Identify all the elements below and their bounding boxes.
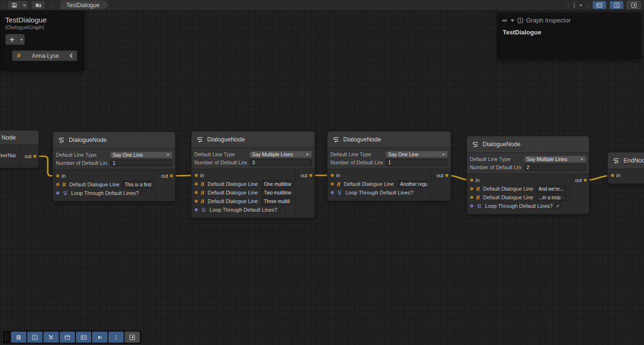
node-dialoguenode[interactable]: DialogueNodeDefault Line TypeSay Multipl… [191, 131, 315, 218]
port-loop-through-default-lines[interactable] [331, 191, 334, 194]
blackboard-panel[interactable]: Blackboard TestDialogue (DialogueGraph) … [0, 0, 84, 71]
dialogue-line-field[interactable]: Another regu [398, 181, 428, 188]
node-dialoguenode[interactable]: DialogueNodeDefault Line TypeSay One Lin… [53, 131, 176, 202]
dialogue-line-field[interactable]: Two multiline [262, 189, 292, 196]
loop-checkbox[interactable] [416, 190, 421, 195]
node-header[interactable]: DialogueNode [327, 131, 451, 148]
info-button[interactable] [27, 332, 42, 343]
port-default-dialogue-line-1[interactable] [195, 183, 198, 185]
port-in[interactable] [331, 174, 334, 177]
number-of-lines-input[interactable]: 2 [524, 164, 586, 171]
line-type-dropdown[interactable]: Say Multiple Lines [524, 156, 586, 162]
number-of-lines-input[interactable]: 1 [110, 160, 172, 166]
port-default-dialogue-line[interactable] [56, 183, 59, 186]
caret-down-icon[interactable] [579, 3, 583, 7]
port-loop-through-default-lines[interactable] [470, 205, 473, 207]
doc-list-button[interactable] [11, 332, 26, 343]
kebab-icon[interactable] [573, 2, 575, 8]
add-variable-options-button[interactable] [18, 34, 25, 45]
node-header[interactable]: DialogueNode [191, 131, 315, 148]
quote-icon [16, 53, 21, 58]
port-out[interactable] [445, 174, 448, 177]
flame-icon [129, 334, 135, 340]
save-button[interactable] [8, 1, 21, 9]
dialogue-line-field[interactable]: This is a first [123, 181, 152, 188]
port-default-dialogue-line[interactable] [331, 183, 334, 185]
breadcrumb[interactable]: TestDialogue [61, 0, 109, 10]
inspector-header[interactable]: Graph Inspector [498, 13, 640, 26]
port-default-dialogue-line-1[interactable] [470, 187, 473, 190]
toolbar-drag-handle[interactable] [566, 2, 569, 8]
port-row: Loop Through Default Lines? [53, 189, 156, 197]
bottom-toolbar [3, 331, 141, 344]
drag-handle-icon[interactable] [502, 19, 507, 22]
blackboard-variable[interactable]: Anna-Lyse [12, 50, 77, 61]
blackboard-button[interactable] [76, 332, 91, 343]
tools-button[interactable] [43, 332, 59, 343]
port-out[interactable] [33, 155, 36, 158]
chevron-left-icon[interactable] [69, 53, 73, 58]
toolbar-drag-handle[interactable] [2, 2, 5, 8]
toolbar-drag-handle[interactable] [51, 2, 53, 8]
node-endnode[interactable]: EndNodein [607, 152, 644, 184]
info-icon [32, 334, 38, 340]
graph-canvas[interactable]: NodekerNameoutDialogueNodeDefault Line T… [0, 0, 644, 345]
port-out[interactable] [170, 174, 173, 177]
port-label: Loop Through Default Lines? [210, 207, 277, 213]
node-header[interactable]: Node [0, 130, 39, 145]
loop-checkbox[interactable] [280, 207, 285, 213]
node-node[interactable]: NodekerNameout [0, 130, 39, 168]
property-label: Default Line Type [330, 151, 383, 157]
open-asset-button[interactable] [32, 1, 45, 9]
dialogue-line-field[interactable]: Three multili [262, 198, 292, 205]
dialogue-line-field[interactable]: And we're... [537, 185, 566, 193]
port-default-dialogue-line-2[interactable] [470, 196, 473, 199]
port-in[interactable] [611, 174, 614, 177]
port-loop-through-default-lines[interactable] [195, 208, 198, 211]
port-default-dialogue-line-2[interactable] [195, 191, 198, 194]
dialogue-line-field[interactable]: ...in a loop [537, 194, 566, 201]
port-default-dialogue-line-3[interactable] [195, 200, 198, 203]
port-loop-through-default-lines[interactable] [56, 192, 59, 194]
output-ports: out [296, 169, 315, 218]
graph-inspector-panel[interactable]: Graph Inspector TestDialogue [497, 13, 641, 59]
node-dialoguenode[interactable]: DialogueNodeDefault Line TypeSay One Lin… [327, 131, 451, 201]
sound-wave-button[interactable] [92, 332, 107, 343]
line-type-dropdown[interactable]: Say One Line [386, 151, 448, 158]
port-out[interactable] [584, 179, 587, 182]
add-variable-button[interactable] [5, 34, 18, 45]
node-header[interactable]: EndNode [608, 152, 644, 169]
flame-button[interactable] [125, 332, 140, 343]
node-header[interactable]: DialogueNode [53, 132, 175, 149]
node-title: DialogueNode [207, 136, 245, 143]
loop-checkbox[interactable]: ✓ [555, 204, 560, 209]
dropdown-value: Say Multiple Lines [527, 156, 578, 162]
port-in[interactable] [195, 174, 198, 177]
node-dialoguenode[interactable]: DialogueNodeDefault Line TypeSay Multipl… [466, 136, 590, 215]
port-out[interactable] [309, 174, 312, 177]
toolbar-drag-handle[interactable] [587, 2, 590, 8]
save-options-button[interactable] [21, 1, 28, 9]
blackboard-toggle-button[interactable] [592, 1, 606, 9]
collapse-triangle-icon[interactable] [510, 19, 515, 22]
variable-name: Anna-Lyse [25, 53, 65, 59]
window-button[interactable] [60, 332, 75, 343]
port-row: Default Dialogue Line 1And we're... [467, 184, 570, 193]
line-type-dropdown[interactable]: Say One Line [110, 151, 172, 158]
info-toggle-button[interactable] [610, 1, 623, 9]
loop-checkbox[interactable] [141, 191, 147, 196]
drag-handle[interactable] [5, 334, 8, 341]
dialogue-line-field[interactable]: One multiline [262, 181, 292, 188]
flame-toggle-button[interactable] [627, 1, 641, 9]
port-in[interactable] [56, 174, 59, 177]
number-of-lines-input[interactable]: 3 [250, 159, 312, 166]
port-in[interactable] [470, 179, 473, 182]
property-label: Default Line Type [470, 156, 521, 162]
property-label: Default Line Type [194, 151, 247, 157]
port-label: Default Dialogue Line 3 [208, 198, 260, 204]
kebab-button[interactable] [108, 332, 124, 343]
port-row: Default Dialogue Line 1One multiline [191, 180, 295, 188]
line-type-dropdown[interactable]: Say Multiple Lines [250, 151, 312, 158]
number-of-lines-input[interactable]: 1 [386, 159, 448, 166]
node-header[interactable]: DialogueNode [467, 136, 589, 153]
